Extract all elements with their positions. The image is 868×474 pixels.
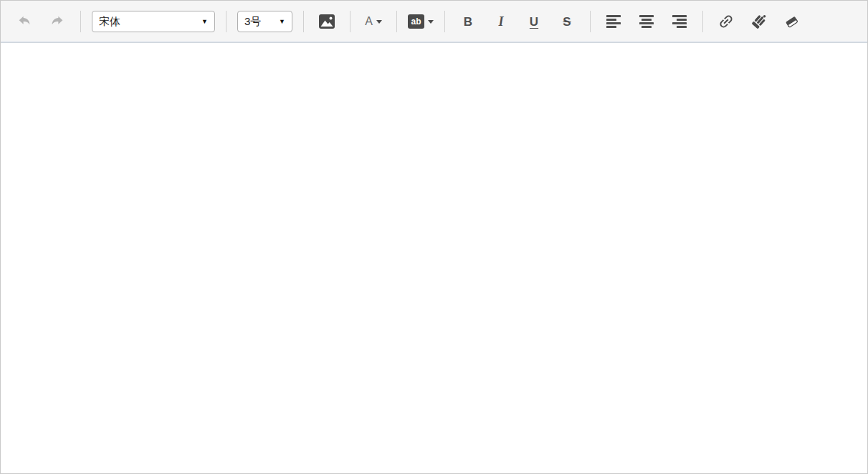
strikethrough-label: S xyxy=(563,16,571,28)
eraser-icon xyxy=(783,13,801,30)
insert-image-button[interactable] xyxy=(315,9,339,34)
brush-icon xyxy=(750,13,768,30)
toolbar-separator xyxy=(350,11,350,32)
chevron-down-icon xyxy=(428,20,434,24)
toolbar-separator xyxy=(226,11,226,32)
font-size-select[interactable]: 3号 ▼ xyxy=(237,11,292,32)
highlight-icon: ab xyxy=(408,14,424,29)
bold-label: B xyxy=(464,16,472,28)
font-family-value: 宋体 xyxy=(99,15,196,29)
rich-text-editor: 宋体 ▼ 3号 ▼ A xyxy=(0,0,868,474)
insert-link-button[interactable] xyxy=(714,9,738,34)
font-color-label: A xyxy=(365,15,373,28)
editor-toolbar: 宋体 ▼ 3号 ▼ A xyxy=(1,1,867,43)
align-left-button[interactable] xyxy=(601,9,626,34)
align-center-button[interactable] xyxy=(634,9,659,34)
italic-button[interactable]: I xyxy=(489,9,513,34)
image-icon xyxy=(318,14,335,29)
font-color-button[interactable]: A xyxy=(361,9,386,34)
toolbar-separator xyxy=(444,11,445,32)
highlight-color-button[interactable]: ab xyxy=(408,9,434,34)
format-brush-button[interactable] xyxy=(747,9,771,34)
eraser-button[interactable] xyxy=(780,9,804,34)
align-right-icon xyxy=(672,15,687,28)
align-center-icon xyxy=(639,15,654,28)
undo-icon xyxy=(16,14,32,29)
strikethrough-button[interactable]: S xyxy=(555,9,579,34)
undo-button[interactable] xyxy=(12,9,37,34)
toolbar-separator xyxy=(396,11,397,32)
toolbar-separator xyxy=(80,11,81,32)
align-left-icon xyxy=(606,15,621,28)
toolbar-separator xyxy=(590,11,591,32)
select-arrow-icon: ▼ xyxy=(279,18,285,25)
toolbar-separator xyxy=(702,11,703,32)
chevron-down-icon xyxy=(376,20,382,24)
redo-icon xyxy=(49,14,65,29)
link-icon xyxy=(717,13,735,30)
align-right-button[interactable] xyxy=(667,9,692,34)
select-arrow-icon: ▼ xyxy=(201,18,208,25)
bold-button[interactable]: B xyxy=(456,9,480,34)
font-family-select[interactable]: 宋体 ▼ xyxy=(92,11,215,32)
editor-content-area[interactable] xyxy=(1,43,867,473)
redo-button[interactable] xyxy=(45,9,70,34)
underline-button[interactable]: U xyxy=(522,9,546,34)
italic-label: I xyxy=(498,15,503,28)
toolbar-separator xyxy=(303,11,304,32)
underline-label: U xyxy=(530,16,538,28)
font-size-value: 3号 xyxy=(244,15,273,29)
